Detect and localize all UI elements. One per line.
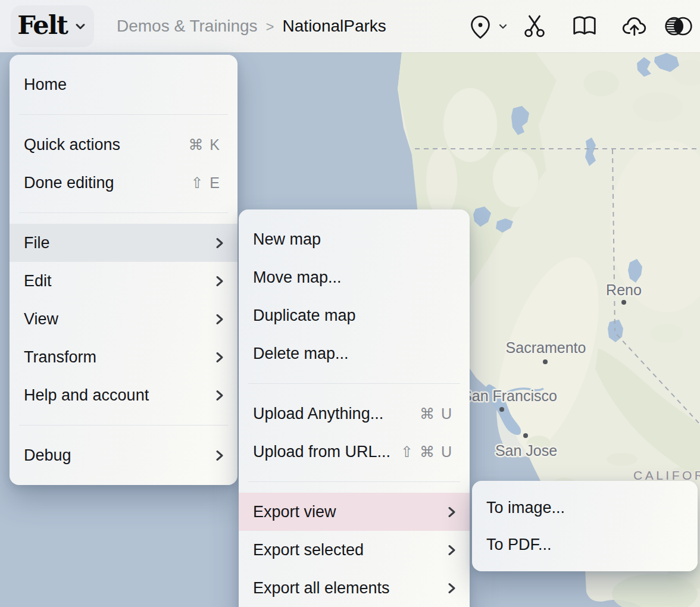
breadcrumb-separator: > [266, 18, 274, 35]
menu-item-debug[interactable]: Debug [10, 436, 238, 474]
menu-item-label: Upload Anything... [253, 405, 383, 423]
chevron-right-icon [213, 449, 226, 462]
menu-item-new-map[interactable]: New map [239, 220, 470, 258]
location-pin-icon [467, 13, 493, 39]
breadcrumb: Demos & Trainings > NationalParks [117, 0, 386, 52]
menu-item-label: Quick actions [24, 136, 120, 154]
menu-item-upload-anything[interactable]: Upload Anything...⌘ U [239, 395, 470, 433]
blend-mode-button[interactable] [660, 12, 698, 40]
cut-tool-button[interactable] [510, 12, 560, 40]
menu-item-label: Debug [24, 446, 71, 465]
breadcrumb-parent[interactable]: Demos & Trainings [117, 17, 258, 36]
menu-item-label: Edit [24, 272, 52, 290]
chevron-right-icon [445, 544, 458, 556]
menu-item-label: To PDF... [486, 536, 552, 554]
map-label-sacramento: Sacramento [506, 339, 586, 356]
menu-item-label: Done editing [24, 174, 114, 192]
menu-divider [248, 481, 460, 482]
chevron-right-icon [445, 506, 458, 518]
menu-item-label: Upload from URL... [253, 443, 390, 461]
map-label-san-jose: San Jose [495, 442, 557, 459]
map-label-california: CALIFORNIA [633, 468, 700, 482]
felt-menu-button[interactable]: Felt [11, 5, 94, 47]
menu-item-quick-actions[interactable]: Quick actions⌘ K [10, 126, 238, 164]
menu-item-edit[interactable]: Edit [10, 262, 238, 300]
menu-item-label: Home [24, 76, 67, 94]
menu-divider [19, 212, 228, 213]
map-label-san-francisco: San Francisco [462, 387, 557, 404]
menu-item-label: To image... [486, 499, 565, 517]
menu-item-label: Help and account [24, 386, 149, 405]
menu-item-label: Export all elements [253, 579, 390, 597]
scissors-icon [521, 12, 548, 40]
menu-divider [248, 383, 460, 384]
menu-item-move-map[interactable]: Move map... [239, 258, 470, 296]
menu-item-shortcut: ⇧ E [190, 174, 221, 192]
felt-logo: Felt [17, 12, 67, 40]
menu-item-label: Export selected [253, 541, 364, 559]
menu-item-delete-map[interactable]: Delete map... [239, 334, 470, 373]
menu-item-export-selected[interactable]: Export selected [239, 531, 470, 569]
chevron-right-icon [445, 582, 458, 595]
menu-item-label: Duplicate map [253, 306, 356, 325]
menu-item-to-pdf[interactable]: To PDF... [472, 526, 698, 563]
menu-item-label: View [24, 310, 58, 328]
file-submenu: New mapMove map...Duplicate mapDelete ma… [239, 209, 470, 607]
upload-cloud-icon [621, 12, 648, 40]
blend-circles-icon [664, 12, 693, 40]
chevron-right-icon [213, 275, 226, 287]
chevron-down-icon [497, 20, 509, 32]
book-icon [571, 12, 598, 40]
upload-button[interactable] [610, 12, 660, 40]
menu-item-export-all-elements[interactable]: Export all elements [239, 569, 470, 607]
menu-item-shortcut: ⌘ K [188, 136, 221, 154]
menu-item-label: Export view [253, 503, 336, 521]
location-pin-button[interactable] [467, 13, 510, 39]
menu-item-done-editing[interactable]: Done editing⇧ E [10, 164, 238, 202]
top-bar: Felt Demos & Trainings > NationalParks [0, 0, 700, 52]
felt-app: { "topbar": { "logo_text": "Felt", "brea… [0, 0, 700, 607]
menu-item-to-image[interactable]: To image... [472, 489, 698, 526]
chevron-right-icon [213, 351, 226, 364]
menu-item-file[interactable]: File [10, 224, 238, 262]
menu-item-help-and-account[interactable]: Help and account [10, 376, 238, 414]
menu-item-label: Transform [24, 348, 96, 367]
felt-main-menu: HomeQuick actions⌘ KDone editing⇧ EFileE… [10, 55, 238, 485]
page-title: NationalParks [283, 17, 386, 36]
menu-item-view[interactable]: View [10, 300, 238, 338]
chevron-right-icon [213, 237, 226, 249]
menu-item-export-view[interactable]: Export view [239, 493, 470, 531]
menu-item-shortcut: ⌘ U [420, 405, 453, 423]
chevron-down-icon [73, 19, 88, 33]
menu-item-duplicate-map[interactable]: Duplicate map [239, 296, 470, 334]
menu-item-home[interactable]: Home [10, 65, 238, 104]
chevron-right-icon [213, 313, 226, 326]
toolbar [467, 0, 700, 52]
map-label-reno: Reno [606, 281, 642, 298]
menu-item-transform[interactable]: Transform [10, 338, 238, 376]
export-view-submenu: To image...To PDF... [472, 481, 698, 571]
menu-divider [19, 114, 228, 115]
library-button[interactable] [560, 12, 610, 40]
menu-item-shortcut: ⇧ ⌘ U [401, 443, 453, 461]
menu-item-upload-from-url[interactable]: Upload from URL...⇧ ⌘ U [239, 433, 470, 471]
menu-item-label: New map [253, 230, 321, 249]
menu-item-label: File [24, 234, 50, 252]
menu-divider [19, 425, 228, 425]
menu-item-label: Delete map... [253, 345, 349, 363]
menu-item-label: Move map... [253, 268, 342, 287]
chevron-right-icon [213, 389, 226, 402]
